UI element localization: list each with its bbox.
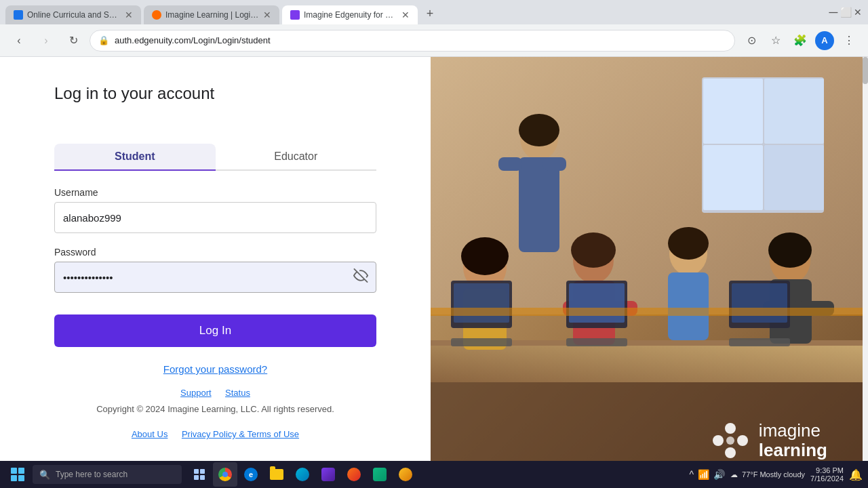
svg-rect-32 (454, 283, 509, 323)
profile-section[interactable]: A (814, 30, 835, 52)
bookmark-button[interactable]: ☆ (765, 30, 787, 52)
forward-button[interactable]: › (35, 30, 57, 52)
network-icon[interactable]: 📶 (698, 469, 709, 480)
clock[interactable]: 9:36 PM 7/16/2024 (810, 466, 844, 483)
win-logo-quad-3 (11, 475, 17, 481)
app-9-button[interactable] (393, 462, 418, 487)
browser-tab-1[interactable]: Online Curricula and Solutions... ✕ (5, 5, 141, 24)
taskbar-right: ^ 📶 🔊 ☁ 77°F Mostly cloudy 9:36 PM 7/16/… (689, 466, 863, 483)
notification-icon[interactable]: 🔔 (849, 468, 863, 481)
search-icon: 🔍 (39, 470, 50, 480)
win-logo-quad-2 (18, 468, 24, 474)
windows-logo (11, 468, 24, 481)
browser-tab-3[interactable]: Imagine Edgenuity for Students ✕ (282, 5, 418, 24)
support-link[interactable]: Support (180, 388, 212, 398)
app-7-icon (347, 468, 361, 481)
password-input-wrapper (54, 262, 376, 293)
about-us-link[interactable]: About Us (132, 429, 167, 439)
win-logo-quad-4 (18, 475, 24, 481)
login-title: Log in to your account (54, 84, 376, 103)
app-8-icon (373, 468, 387, 481)
volume-icon[interactable]: 🔊 (713, 469, 725, 480)
app-7-button[interactable] (342, 462, 366, 487)
svg-rect-49 (194, 475, 199, 480)
student-tab[interactable]: Student (54, 144, 216, 169)
refresh-button[interactable]: ↻ (62, 30, 84, 52)
win-logo-quad-1 (11, 468, 17, 474)
svg-rect-50 (200, 475, 205, 480)
login-button[interactable]: Log In (54, 314, 376, 347)
svg-rect-34 (569, 283, 625, 323)
address-bar[interactable]: 🔒 auth.edgenuity.com/Login/Login/student (90, 30, 735, 52)
login-panel: Log in to your account Student Educator … (0, 57, 431, 488)
chrome-icon (218, 468, 232, 481)
tab-close-2[interactable]: ✕ (263, 10, 271, 20)
maximize-button[interactable]: ⬜ (841, 7, 850, 17)
footer-links: Support Status (54, 386, 376, 399)
explorer-icon (270, 469, 283, 480)
taskbar-search[interactable]: 🔍 Type here to search (33, 465, 182, 484)
app-5-button[interactable] (290, 462, 315, 487)
task-view-button[interactable] (187, 462, 212, 487)
svg-point-19 (571, 232, 616, 268)
app-6-icon (321, 468, 335, 481)
il-logo-icon (710, 420, 751, 461)
taskbar-apps: e (187, 462, 418, 487)
svg-rect-39 (729, 338, 790, 346)
system-tray-icons: ^ 📶 🔊 (689, 469, 725, 480)
forgot-password-link[interactable]: Forgot your password? (163, 363, 267, 375)
time-display: 9:36 PM (810, 466, 844, 474)
app-9-icon (399, 468, 412, 481)
extensions-button[interactable]: 🧩 (789, 30, 811, 52)
password-input[interactable] (54, 262, 376, 293)
tray-chevron-icon[interactable]: ^ (689, 469, 694, 480)
scrollbar[interactable] (863, 57, 868, 488)
svg-rect-41 (431, 308, 868, 316)
tab-title-3: Imagine Edgenuity for Students (304, 10, 397, 20)
svg-rect-37 (451, 338, 512, 346)
username-input-wrapper (54, 202, 376, 233)
edge-taskbar-button[interactable]: e (239, 462, 263, 487)
password-label: Password (54, 247, 376, 258)
profile-avatar[interactable]: A (815, 31, 834, 50)
educator-tab[interactable]: Educator (216, 144, 377, 169)
minimize-button[interactable]: ─ (829, 7, 838, 17)
il-logo-text: imagine learning (759, 421, 827, 460)
taskbar: 🔍 Type here to search e (0, 461, 868, 488)
menu-button[interactable]: ⋮ (838, 30, 860, 52)
svg-rect-6 (703, 145, 763, 210)
tab-favicon-2 (152, 10, 161, 20)
svg-point-43 (725, 423, 736, 434)
tab-close-1[interactable]: ✕ (125, 10, 133, 20)
show-password-icon[interactable] (353, 268, 368, 287)
svg-point-46 (726, 436, 734, 445)
svg-point-44 (737, 435, 748, 446)
back-button[interactable]: ‹ (8, 30, 30, 52)
task-view-icon (193, 468, 205, 481)
username-label: Username (54, 187, 376, 198)
explorer-taskbar-button[interactable] (264, 462, 289, 487)
chrome-icon-center (222, 472, 228, 477)
app-8-button[interactable] (368, 462, 392, 487)
username-input[interactable] (54, 202, 376, 233)
status-link[interactable]: Status (225, 388, 250, 398)
privacy-policy-link[interactable]: Privacy Policy & Terms of Use (182, 429, 299, 439)
svg-rect-38 (566, 338, 627, 346)
footer-links-2: About Us Privacy Policy & Terms of Use (54, 428, 376, 440)
role-tabs: Student Educator (54, 144, 376, 171)
chrome-taskbar-button[interactable] (213, 462, 237, 487)
lens-button[interactable]: ⊙ (741, 30, 762, 52)
explorer-icon-tab (270, 466, 275, 470)
scrollbar-thumb[interactable] (863, 57, 868, 84)
svg-point-42 (713, 435, 724, 446)
start-button[interactable] (5, 462, 30, 487)
imagine-learning-logo: imagine learning (710, 420, 827, 461)
tab-close-3[interactable]: ✕ (401, 10, 410, 20)
close-button[interactable]: ✕ (853, 7, 863, 17)
new-tab-button[interactable]: + (420, 4, 439, 23)
app-6-button[interactable] (316, 462, 340, 487)
search-label: Type here to search (56, 470, 127, 479)
svg-rect-4 (703, 79, 763, 144)
logo-imagine: imagine (759, 421, 827, 441)
browser-tab-2[interactable]: Imagine Learning | Login Portal ✕ (144, 5, 279, 24)
